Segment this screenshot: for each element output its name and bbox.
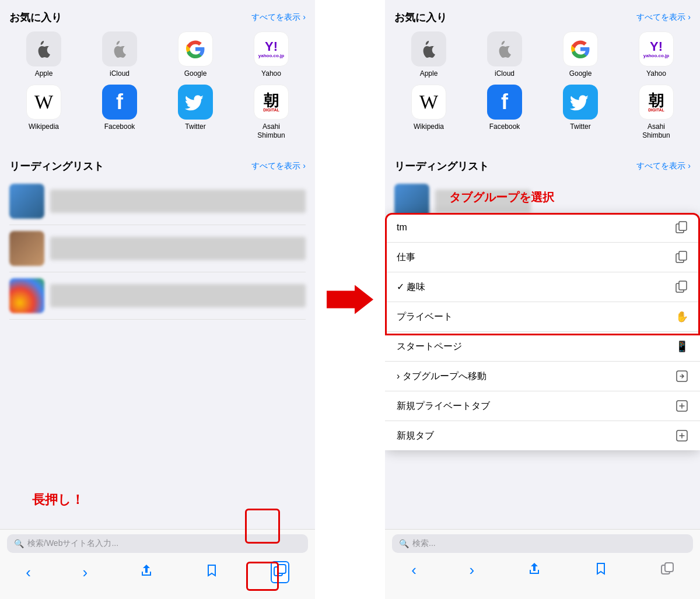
right-search-bar[interactable]: 🔍 検索... [392, 534, 693, 553]
new-tab-icon [676, 429, 688, 442]
right-tabs-button[interactable] [661, 562, 674, 579]
left-share-button[interactable] [139, 563, 153, 581]
reading-thumb-3 [9, 278, 44, 313]
left-favorites-title: お気に入り [9, 10, 62, 24]
fav-yahoo[interactable]: Y! yahoo.co.jp Yahoo [237, 31, 306, 78]
fav-icon-wikipedia: W [26, 85, 61, 120]
reading-text-2 [50, 237, 306, 260]
left-search-placeholder: 検索/Webサイト名入力... [27, 538, 118, 549]
right-search-icon: 🔍 [399, 539, 409, 548]
menu-item-tm-label: tm [397, 222, 407, 233]
fav-label-apple1: Apple [35, 69, 53, 78]
right-bookmarks-icon [594, 562, 608, 576]
right-favorites-title: お気に入り [394, 10, 447, 24]
wiki-w-icon: W [34, 91, 53, 113]
right-share-button[interactable] [527, 562, 541, 579]
hand-icon: ✋ [676, 310, 688, 323]
reading-text-1 [50, 190, 306, 213]
fav-label-google: Google [184, 69, 207, 78]
fav-label-twitter1: Twitter [185, 122, 205, 131]
right-tabs-icon [661, 562, 674, 575]
fav-icon-apple1 [26, 31, 61, 66]
right-fav-twitter[interactable]: Twitter [546, 85, 615, 139]
reading-item-1[interactable] [9, 178, 306, 225]
fav-icloud[interactable]: iCloud [85, 31, 154, 78]
fav-icon-facebook: f [102, 85, 137, 120]
apple-gray-logo-icon [109, 38, 130, 59]
menu-item-tm[interactable]: tm [385, 213, 700, 243]
right-share-icon [527, 562, 541, 576]
menu-item-move-tabgroup[interactable]: › タブグループへ移動 [385, 362, 700, 391]
menu-item-private[interactable]: プライベート ✋ [385, 302, 700, 332]
right-forward-button[interactable]: › [469, 561, 474, 579]
arrow-square-icon [676, 370, 688, 383]
menu-item-new-private-tab-label: 新規プライベートタブ [397, 400, 490, 412]
menu-item-shumi-label: ✓ 趣味 [397, 281, 425, 293]
right-fav-icon-twitter [563, 85, 598, 120]
right-apple-gray-logo-icon [494, 38, 515, 59]
left-forward-button[interactable]: › [82, 563, 88, 582]
right-google-g-icon [569, 38, 592, 60]
fav-asahi[interactable]: 朝 DIGITAL AsahiShimbun [237, 85, 306, 139]
fav-icon-asahi: 朝 DIGITAL [254, 85, 289, 120]
left-favorites-link[interactable]: すべてを表示 › [251, 12, 306, 23]
copy-icon-shumi [676, 281, 688, 293]
right-fav-icloud[interactable]: iCloud [470, 31, 539, 78]
left-back-button[interactable]: ‹ [26, 563, 31, 582]
right-fav-asahi[interactable]: 朝 DIGITAL AsahiShimbun [622, 85, 691, 139]
right-fav-icon-asahi: 朝 DIGITAL [639, 85, 674, 120]
fav-wikipedia[interactable]: W Wikipedia [9, 85, 78, 139]
share-icon [139, 563, 153, 577]
menu-item-shumi[interactable]: ✓ 趣味 [385, 272, 700, 302]
fav-label-icloud: iCloud [110, 69, 130, 78]
menu-item-new-tab[interactable]: 新規タブ [385, 421, 700, 450]
twitter-bird-icon [185, 92, 206, 113]
reading-text-3 [50, 284, 306, 307]
fav-icon-google [178, 31, 213, 66]
right-fav-wikipedia[interactable]: W Wikipedia [394, 85, 463, 139]
left-bookmarks-button[interactable] [205, 563, 219, 581]
right-fav-label-icloud: iCloud [495, 69, 514, 78]
right-fav-apple1[interactable]: Apple [394, 31, 463, 78]
right-panel: お気に入り すべてを表示 › Apple iCloud [385, 0, 700, 599]
right-reading-link[interactable]: すべてを表示 › [636, 161, 691, 171]
right-fav-label-yahoo: Yahoo [646, 69, 666, 78]
left-reading-link[interactable]: すべてを表示 › [251, 161, 306, 171]
right-fav-yahoo[interactable]: Y! yahoo.co.jp Yahoo [622, 31, 691, 78]
right-fav-icon-apple1 [411, 31, 446, 66]
copy-icon-shigoto [676, 251, 688, 264]
right-fav-icon-icloud [487, 31, 522, 66]
right-fav-label-wikipedia: Wikipedia [414, 122, 444, 131]
right-favorites-header: お気に入り すべてを表示 › [385, 0, 700, 29]
fav-apple1[interactable]: Apple [9, 31, 78, 78]
right-arrow-icon [327, 285, 373, 314]
right-fav-icon-google [563, 31, 598, 66]
fav-twitter1[interactable]: Twitter [161, 85, 230, 139]
bookmarks-icon [205, 563, 219, 577]
new-private-tab-icon [676, 400, 688, 412]
tab-group-menu: tm 仕事 ✓ 趣味 [385, 213, 700, 450]
fav-google[interactable]: Google [161, 31, 230, 78]
reading-item-3[interactable] [9, 272, 306, 320]
fav-label-yahoo: Yahoo [261, 69, 281, 78]
right-bottom-bar: 🔍 検索... ‹ › [385, 529, 700, 599]
right-fav-google[interactable]: Google [546, 31, 615, 78]
tab-icon-highlight-bottom [246, 562, 279, 591]
right-favorites-link[interactable]: すべてを表示 › [636, 12, 691, 23]
left-search-icon: 🔍 [14, 539, 24, 548]
reading-thumb-2 [9, 231, 44, 266]
reading-item-2[interactable] [9, 225, 306, 272]
fav-label-asahi: AsahiShimbun [257, 122, 285, 139]
svg-rect-12 [665, 563, 673, 572]
menu-item-startpage-label: スタートページ [397, 341, 462, 353]
right-fav-facebook[interactable]: f Facebook [470, 85, 539, 139]
right-bookmarks-button[interactable] [594, 562, 608, 579]
apple-logo-icon [33, 38, 54, 59]
menu-item-new-private-tab[interactable]: 新規プライベートタブ [385, 391, 700, 421]
arrow-section [315, 0, 385, 599]
menu-item-startpage[interactable]: スタートページ 📱 [385, 332, 700, 362]
fav-icon-twitter1 [178, 85, 213, 120]
fav-facebook[interactable]: f Facebook [85, 85, 154, 139]
right-back-button[interactable]: ‹ [411, 561, 416, 579]
menu-item-shigoto[interactable]: 仕事 [385, 243, 700, 272]
